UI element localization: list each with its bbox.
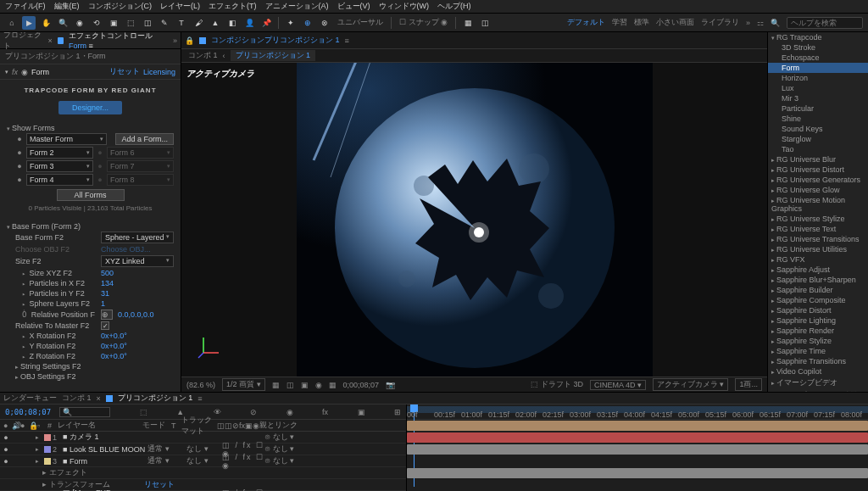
- form-2-select[interactable]: Form 2▾: [26, 147, 93, 159]
- layer-bar[interactable]: [407, 432, 868, 443]
- workspace-learn[interactable]: 学習: [612, 17, 627, 28]
- menu-animation[interactable]: アニメーション(A): [265, 1, 329, 12]
- pan-behind-tool-icon[interactable]: ⬚: [124, 16, 137, 30]
- orbit-tool-icon[interactable]: ◉: [73, 16, 86, 30]
- home-icon[interactable]: ⌂: [5, 16, 19, 30]
- channel-icon[interactable]: ◉: [315, 381, 322, 389]
- effect-item[interactable]: Echospace: [768, 53, 868, 63]
- breadcrumb-comp1[interactable]: コンポ 1: [188, 50, 218, 61]
- layer-name-header[interactable]: レイヤー名: [56, 420, 141, 431]
- effect-item[interactable]: Starglow: [768, 134, 868, 144]
- workspace-library[interactable]: ライブラリ: [701, 17, 739, 28]
- zoom-tool-icon[interactable]: 🔍: [56, 16, 70, 30]
- z-rotation-value[interactable]: 0x+0.0°: [101, 352, 127, 360]
- timecode-display[interactable]: 0;00;08;07: [343, 381, 380, 389]
- timeline-icon[interactable]: ◉: [287, 408, 293, 416]
- form-visibility-icon[interactable]: ●: [96, 176, 104, 184]
- menu-effect[interactable]: エフェクト(T): [209, 1, 257, 12]
- effect-controls-tab[interactable]: エフェクトコントロール Form ≡: [69, 32, 168, 50]
- stroke-icon[interactable]: ◫: [478, 16, 492, 30]
- trapcode-group[interactable]: RG Trapcode: [768, 32, 868, 42]
- clone-tool-icon[interactable]: ▲: [209, 16, 222, 30]
- form-4-select[interactable]: Form 4▾: [26, 174, 93, 186]
- effect-category[interactable]: Sapphire Builder: [768, 285, 868, 295]
- workspace-standard[interactable]: 標準: [634, 17, 649, 28]
- render-queue-tab[interactable]: レンダーキュー: [3, 393, 57, 404]
- effect-category[interactable]: RG Universe Transitions: [768, 234, 868, 244]
- puppet-tool-icon[interactable]: 📌: [259, 16, 273, 30]
- timeline-icon[interactable]: ⊘: [250, 408, 257, 416]
- layer-bar[interactable]: [407, 444, 868, 455]
- obj-settings-header[interactable]: OBJ Settings F2: [15, 372, 96, 381]
- form-visibility-icon[interactable]: ●: [15, 135, 24, 143]
- menu-window[interactable]: ウィンドウ(W): [379, 1, 430, 12]
- current-time[interactable]: 0;00;08;07: [5, 408, 51, 416]
- effect-category[interactable]: RG Universe Blur: [768, 154, 868, 165]
- prop-label[interactable]: Y Rotation F2: [15, 342, 96, 350]
- effect-item[interactable]: Lux: [768, 83, 868, 93]
- base-form-select[interactable]: Sphere - Layered▾: [101, 232, 174, 243]
- timeline-layer-row[interactable]: ● ▸1 ■ カメラ 1 ⊙ なし ▾: [0, 432, 406, 444]
- layer-visibility-icon[interactable]: ●: [2, 433, 10, 442]
- effect-item[interactable]: Tao: [768, 144, 868, 154]
- add-form-button[interactable]: Add a Form...: [115, 133, 174, 145]
- effect-category[interactable]: Sapphire Lighting: [768, 315, 868, 326]
- size-select[interactable]: XYZ Linked▾: [101, 255, 174, 267]
- choose-obj-button[interactable]: Choose OBJ...: [101, 245, 151, 254]
- workspace-default[interactable]: デフォルト: [567, 17, 605, 28]
- form-visibility-icon[interactable]: ●: [15, 162, 24, 170]
- timeline-layer-row[interactable]: ● ▸3 ■ Form 通常 ▾なし ▾ ◫ / fx ☐ ◉ ⊙ なし ▾: [0, 455, 406, 467]
- effect-category[interactable]: RG Universe Text: [768, 224, 868, 234]
- effect-name[interactable]: Form: [31, 68, 49, 76]
- particles-x-value[interactable]: 134: [101, 279, 114, 287]
- layer-bar[interactable]: [407, 468, 868, 478]
- region-icon[interactable]: ▣: [301, 381, 309, 389]
- transparency-icon[interactable]: ▦: [329, 381, 337, 389]
- effect-category[interactable]: Sapphire Transitions: [768, 356, 868, 366]
- help-search-input[interactable]: [787, 17, 863, 29]
- layer-bar[interactable]: [407, 421, 868, 431]
- draft3d-toggle[interactable]: ⬚ ドラフト 3D: [531, 379, 583, 390]
- menu-layer[interactable]: レイヤー(L): [160, 1, 200, 12]
- effect-category[interactable]: Sapphire Render: [768, 326, 868, 336]
- form-6-select[interactable]: Form 6▾: [107, 147, 174, 159]
- effect-item[interactable]: Particular: [768, 103, 868, 114]
- menu-view[interactable]: ビュー(V): [337, 1, 370, 12]
- x-rotation-value[interactable]: 0x+0.0°: [101, 332, 127, 340]
- sphere-layers-value[interactable]: 1: [101, 299, 105, 308]
- licensing-button[interactable]: Licensing: [143, 68, 175, 76]
- prop-label[interactable]: Particles in X F2: [15, 279, 96, 287]
- pen-tool-icon[interactable]: ✎: [158, 16, 171, 30]
- master-form-select[interactable]: Master Form▾: [26, 133, 107, 145]
- prop-label[interactable]: Size XYZ F2: [15, 269, 96, 277]
- comp1-tab[interactable]: コンポ 1: [62, 393, 92, 404]
- timeline-icon[interactable]: ⬚: [140, 408, 147, 416]
- effect-category[interactable]: RG Universe Stylize: [768, 214, 868, 224]
- all-forms-button[interactable]: All Forms: [57, 189, 125, 201]
- local-axis-icon[interactable]: ⊕: [301, 16, 314, 30]
- reset-button[interactable]: リセット: [109, 66, 140, 77]
- zoom-level[interactable]: (82.6 %): [186, 381, 215, 389]
- effect-category[interactable]: RG Universe Distort: [768, 165, 868, 175]
- collapse-fx-icon[interactable]: ▾: [5, 69, 8, 75]
- selection-tool-icon[interactable]: ▶: [22, 16, 36, 30]
- prop-label[interactable]: Z Rotation F2: [15, 352, 96, 360]
- y-rotation-value[interactable]: 0x+0.0°: [101, 342, 127, 350]
- form-7-select[interactable]: Form 7▾: [107, 160, 174, 172]
- panel-menu-icon[interactable]: ≡: [198, 394, 202, 403]
- effect-category[interactable]: Sapphire Blur+Sharpen: [768, 275, 868, 285]
- axis-icon[interactable]: ✦: [284, 16, 298, 30]
- brush-tool-icon[interactable]: 🖌: [192, 16, 205, 30]
- timeline-search[interactable]: [59, 407, 110, 417]
- menu-composition[interactable]: コンポジション(C): [88, 1, 153, 12]
- form-visibility-icon[interactable]: ●: [15, 148, 24, 157]
- effect-category[interactable]: エクスプレッション制御: [768, 389, 868, 392]
- roto-tool-icon[interactable]: 👤: [242, 16, 256, 30]
- prop-label[interactable]: X Rotation F2: [15, 332, 96, 340]
- rotate-tool-icon[interactable]: ⟲: [90, 16, 103, 30]
- layer-property-row[interactable]: ▸ エフェクト: [0, 467, 406, 479]
- lock-icon[interactable]: 🔒: [185, 36, 194, 45]
- eraser-tool-icon[interactable]: ◧: [225, 16, 239, 30]
- effect-category[interactable]: Sapphire Distort: [768, 305, 868, 315]
- size-xyz-value[interactable]: 500: [101, 269, 114, 277]
